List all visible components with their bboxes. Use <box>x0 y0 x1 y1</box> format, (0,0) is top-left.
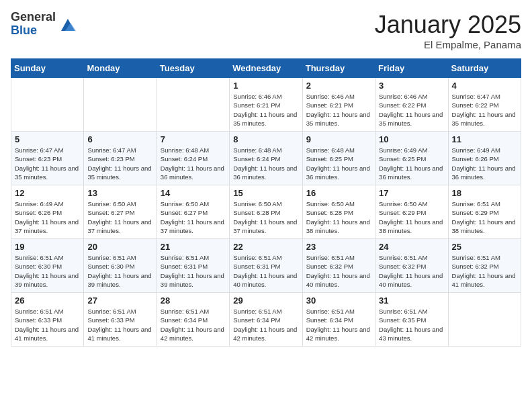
calendar-cell: 28Sunrise: 6:51 AM Sunset: 6:34 PM Dayli… <box>157 293 229 347</box>
calendar-cell: 25Sunrise: 6:51 AM Sunset: 6:32 PM Dayli… <box>448 239 521 293</box>
calendar-cell: 14Sunrise: 6:50 AM Sunset: 6:27 PM Dayli… <box>157 185 229 239</box>
day-info: Sunrise: 6:51 AM Sunset: 6:32 PM Dayligh… <box>379 253 444 289</box>
day-number: 20 <box>87 242 152 252</box>
header-saturday: Saturday <box>448 59 521 78</box>
calendar-table: SundayMondayTuesdayWednesdayThursdayFrid… <box>11 58 521 347</box>
day-number: 3 <box>379 81 444 91</box>
calendar-cell <box>157 78 229 132</box>
day-info: Sunrise: 6:51 AM Sunset: 6:33 PM Dayligh… <box>15 307 80 342</box>
day-number: 9 <box>306 134 371 144</box>
day-info: Sunrise: 6:51 AM Sunset: 6:35 PM Dayligh… <box>379 307 444 342</box>
location: El Empalme, Panama <box>375 39 521 50</box>
calendar-cell: 31Sunrise: 6:51 AM Sunset: 6:35 PM Dayli… <box>375 293 448 347</box>
calendar-cell: 29Sunrise: 6:51 AM Sunset: 6:34 PM Dayli… <box>230 293 302 347</box>
day-number: 15 <box>233 188 298 198</box>
month-title: January 2025 <box>375 11 521 39</box>
day-number: 18 <box>452 188 517 198</box>
day-info: Sunrise: 6:47 AM Sunset: 6:23 PM Dayligh… <box>87 146 152 181</box>
calendar-cell: 7Sunrise: 6:48 AM Sunset: 6:24 PM Daylig… <box>157 132 229 185</box>
day-number: 26 <box>15 295 80 306</box>
calendar-cell: 3Sunrise: 6:46 AM Sunset: 6:22 PM Daylig… <box>375 78 448 132</box>
header-monday: Monday <box>84 59 157 78</box>
day-number: 22 <box>233 242 298 252</box>
calendar-cell: 11Sunrise: 6:49 AM Sunset: 6:26 PM Dayli… <box>448 132 521 185</box>
day-info: Sunrise: 6:49 AM Sunset: 6:26 PM Dayligh… <box>15 199 80 235</box>
day-info: Sunrise: 6:51 AM Sunset: 6:31 PM Dayligh… <box>233 253 298 289</box>
day-number: 10 <box>379 134 444 144</box>
logo-blue: Blue <box>11 24 56 38</box>
page-header: General Blue January 2025 El Empalme, Pa… <box>11 11 521 50</box>
calendar-cell: 30Sunrise: 6:51 AM Sunset: 6:34 PM Dayli… <box>302 293 375 347</box>
day-info: Sunrise: 6:50 AM Sunset: 6:29 PM Dayligh… <box>379 199 444 235</box>
day-number: 5 <box>15 134 80 144</box>
calendar-cell: 22Sunrise: 6:51 AM Sunset: 6:31 PM Dayli… <box>230 239 302 293</box>
day-info: Sunrise: 6:48 AM Sunset: 6:25 PM Dayligh… <box>306 146 371 181</box>
calendar-cell: 18Sunrise: 6:51 AM Sunset: 6:29 PM Dayli… <box>448 185 521 239</box>
calendar-cell <box>84 78 157 132</box>
day-number: 12 <box>15 188 80 198</box>
day-number: 19 <box>15 242 80 252</box>
day-info: Sunrise: 6:46 AM Sunset: 6:21 PM Dayligh… <box>233 92 298 128</box>
day-number: 4 <box>452 81 517 91</box>
day-number: 17 <box>379 188 444 198</box>
day-number: 31 <box>379 295 444 306</box>
logo-text: General Blue <box>11 11 56 38</box>
week-row-3: 12Sunrise: 6:49 AM Sunset: 6:26 PM Dayli… <box>11 185 521 239</box>
day-info: Sunrise: 6:48 AM Sunset: 6:24 PM Dayligh… <box>233 146 298 181</box>
week-row-2: 5Sunrise: 6:47 AM Sunset: 6:23 PM Daylig… <box>11 132 521 185</box>
calendar-cell: 8Sunrise: 6:48 AM Sunset: 6:24 PM Daylig… <box>230 132 302 185</box>
logo-icon <box>58 15 77 34</box>
day-number: 24 <box>379 242 444 252</box>
day-number: 13 <box>87 188 152 198</box>
calendar-cell: 23Sunrise: 6:51 AM Sunset: 6:32 PM Dayli… <box>302 239 375 293</box>
calendar-cell: 20Sunrise: 6:51 AM Sunset: 6:30 PM Dayli… <box>84 239 157 293</box>
day-number: 11 <box>452 134 517 144</box>
calendar-cell: 26Sunrise: 6:51 AM Sunset: 6:33 PM Dayli… <box>11 293 84 347</box>
day-info: Sunrise: 6:46 AM Sunset: 6:22 PM Dayligh… <box>379 92 444 128</box>
calendar-cell: 27Sunrise: 6:51 AM Sunset: 6:33 PM Dayli… <box>84 293 157 347</box>
calendar-cell: 1Sunrise: 6:46 AM Sunset: 6:21 PM Daylig… <box>230 78 302 132</box>
calendar-cell: 2Sunrise: 6:46 AM Sunset: 6:21 PM Daylig… <box>302 78 375 132</box>
calendar-cell: 6Sunrise: 6:47 AM Sunset: 6:23 PM Daylig… <box>84 132 157 185</box>
week-row-1: 1Sunrise: 6:46 AM Sunset: 6:21 PM Daylig… <box>11 78 521 132</box>
day-number: 2 <box>306 81 371 91</box>
title-block: January 2025 El Empalme, Panama <box>375 11 521 50</box>
calendar-cell <box>448 293 521 347</box>
header-sunday: Sunday <box>11 59 84 78</box>
day-info: Sunrise: 6:50 AM Sunset: 6:28 PM Dayligh… <box>233 199 298 235</box>
day-number: 23 <box>306 242 371 252</box>
calendar-cell: 15Sunrise: 6:50 AM Sunset: 6:28 PM Dayli… <box>230 185 302 239</box>
day-info: Sunrise: 6:51 AM Sunset: 6:31 PM Dayligh… <box>161 253 226 289</box>
week-row-4: 19Sunrise: 6:51 AM Sunset: 6:30 PM Dayli… <box>11 239 521 293</box>
day-number: 30 <box>306 295 371 306</box>
day-info: Sunrise: 6:48 AM Sunset: 6:24 PM Dayligh… <box>161 146 226 181</box>
day-info: Sunrise: 6:51 AM Sunset: 6:29 PM Dayligh… <box>452 199 517 235</box>
day-info: Sunrise: 6:50 AM Sunset: 6:27 PM Dayligh… <box>161 199 226 235</box>
week-row-5: 26Sunrise: 6:51 AM Sunset: 6:33 PM Dayli… <box>11 293 521 347</box>
day-number: 7 <box>161 134 226 144</box>
day-number: 14 <box>161 188 226 198</box>
calendar-cell <box>11 78 84 132</box>
calendar-cell: 24Sunrise: 6:51 AM Sunset: 6:32 PM Dayli… <box>375 239 448 293</box>
day-number: 29 <box>233 295 298 306</box>
logo: General Blue <box>11 11 77 38</box>
day-number: 25 <box>452 242 517 252</box>
calendar-cell: 12Sunrise: 6:49 AM Sunset: 6:26 PM Dayli… <box>11 185 84 239</box>
day-info: Sunrise: 6:46 AM Sunset: 6:21 PM Dayligh… <box>306 92 371 128</box>
day-info: Sunrise: 6:49 AM Sunset: 6:26 PM Dayligh… <box>452 146 517 181</box>
day-number: 1 <box>233 81 298 91</box>
calendar-cell: 13Sunrise: 6:50 AM Sunset: 6:27 PM Dayli… <box>84 185 157 239</box>
calendar-cell: 19Sunrise: 6:51 AM Sunset: 6:30 PM Dayli… <box>11 239 84 293</box>
calendar-header-row: SundayMondayTuesdayWednesdayThursdayFrid… <box>11 59 521 78</box>
calendar-cell: 10Sunrise: 6:49 AM Sunset: 6:25 PM Dayli… <box>375 132 448 185</box>
day-info: Sunrise: 6:51 AM Sunset: 6:32 PM Dayligh… <box>306 253 371 289</box>
day-info: Sunrise: 6:51 AM Sunset: 6:30 PM Dayligh… <box>15 253 80 289</box>
day-info: Sunrise: 6:50 AM Sunset: 6:27 PM Dayligh… <box>87 199 152 235</box>
calendar-cell: 17Sunrise: 6:50 AM Sunset: 6:29 PM Dayli… <box>375 185 448 239</box>
header-tuesday: Tuesday <box>157 59 229 78</box>
calendar-cell: 5Sunrise: 6:47 AM Sunset: 6:23 PM Daylig… <box>11 132 84 185</box>
day-info: Sunrise: 6:51 AM Sunset: 6:34 PM Dayligh… <box>306 307 371 342</box>
calendar-cell: 16Sunrise: 6:50 AM Sunset: 6:28 PM Dayli… <box>302 185 375 239</box>
day-number: 6 <box>87 134 152 144</box>
day-info: Sunrise: 6:51 AM Sunset: 6:32 PM Dayligh… <box>452 253 517 289</box>
